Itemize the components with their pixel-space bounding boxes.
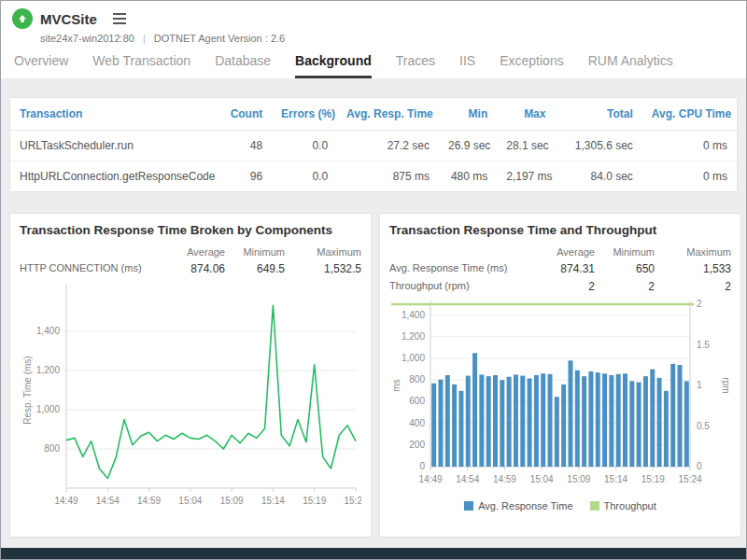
stats-header-maximum: Maximum [655,246,731,258]
svg-text:15:19: 15:19 [303,496,326,506]
svg-text:14:59: 14:59 [493,474,516,484]
svg-text:0.5: 0.5 [697,421,710,431]
stats-header-minimum: Minimum [595,246,655,258]
response-time-line-chart[interactable]: 8001,0001,2001,40014:4914:5414:5915:0415… [20,279,361,514]
table-row[interactable]: HttpURLConnection.getResponseCode960.087… [10,161,737,192]
column-header[interactable]: Total [555,98,641,131]
monitor-status-icon [12,8,33,29]
value-cell: 0 ms [642,131,737,161]
svg-text:15:14: 15:14 [604,474,627,484]
svg-text:1,000: 1,000 [36,404,60,414]
response-time-bar-chart[interactable]: 02004006008001,0001,2001,40000.511.5214:… [389,297,731,495]
column-header[interactable]: Errors (%) [272,98,337,131]
table-row[interactable]: URLTaskScheduler.run480.027.2 sec26.9 se… [10,131,737,161]
tab-traces[interactable]: Traces [396,53,435,78]
stat-average: 2 [524,280,595,293]
svg-text:1.5: 1.5 [697,340,710,350]
svg-text:14:54: 14:54 [456,474,479,484]
agent-version-label: DOTNET Agent Version : 2.6 [154,33,285,44]
legend-item[interactable]: Throughput [590,500,656,511]
tab-web-transaction[interactable]: Web Transaction [92,53,190,78]
svg-text:600: 600 [409,396,425,406]
legend-label: Throughput [604,500,656,511]
transaction-name-cell: URLTaskScheduler.run [10,131,221,161]
page-title: MVCSite [40,11,97,27]
column-header[interactable]: Min [439,98,497,131]
value-cell: 2,197 ms [497,161,555,192]
column-header[interactable]: Avg. CPU Time [642,98,737,131]
svg-text:14:59: 14:59 [137,496,161,506]
charts-row: Transaction Response Time Broken by Comp… [9,213,738,538]
stats-header-minimum: Minimum [225,246,285,258]
column-header[interactable]: Max [497,98,555,131]
value-cell: 27.2 sec [337,131,439,161]
svg-text:15:04: 15:04 [178,496,202,506]
value-cell: 480 ms [439,161,497,192]
value-cell: 1,305.6 sec [555,131,641,161]
stat-average: 874.31 [524,262,595,275]
svg-text:14:49: 14:49 [54,496,78,506]
tab-iis[interactable]: IIS [459,53,475,78]
bottom-bar [1,548,746,559]
tab-database[interactable]: Database [215,53,271,78]
svg-text:15:19: 15:19 [641,474,665,484]
tab-bar: OverviewWeb TransactionDatabaseBackgroun… [1,44,746,78]
tab-overview[interactable]: Overview [14,53,68,78]
svg-text:0: 0 [419,461,425,471]
svg-text:200: 200 [409,440,425,450]
svg-text:15:24: 15:24 [678,474,701,484]
throughput-swatch-icon [590,501,599,511]
value-cell: 96 [221,161,272,192]
stat-maximum: 1,532.5 [285,262,361,275]
value-cell: 84.0 sec [555,161,641,192]
throughput-chart-card: Transaction Response Time and Throughput… [379,213,741,538]
value-cell: 48 [221,131,272,161]
content-area: TransactionCountErrors (%)Avg. Resp. Tim… [1,78,746,548]
tab-rum-analytics[interactable]: RUM Analytics [588,53,673,78]
legend-item[interactable]: Avg. Response Time [464,500,572,511]
svg-text:14:49: 14:49 [418,474,442,484]
svg-text:Resp. Time (ms): Resp. Time (ms) [22,356,33,424]
value-cell: 0 ms [642,161,737,192]
transaction-name-cell: HttpURLConnection.getResponseCode [10,161,221,192]
svg-text:2: 2 [697,299,702,309]
svg-text:15:09: 15:09 [567,474,590,484]
value-cell: 0.0 [272,131,337,161]
svg-text:15:24: 15:24 [344,496,361,506]
stat-maximum: 1,533 [655,262,731,275]
stat-maximum: 2 [655,280,731,293]
svg-text:15:04: 15:04 [530,474,554,484]
tab-background[interactable]: Background [295,53,372,78]
chart-legend: Avg. Response Time Throughput [389,500,731,511]
components-chart-title: Transaction Response Time Broken by Comp… [20,223,361,237]
sort-desc-icon[interactable]: ▼ [437,110,439,119]
column-header[interactable]: Count [221,98,272,131]
svg-text:1,400: 1,400 [36,326,60,336]
components-chart-card: Transaction Response Time Broken by Comp… [9,213,372,538]
svg-text:14:54: 14:54 [96,496,120,506]
host-label: site24x7-win2012:80 [40,33,134,44]
response-time-swatch-icon [464,501,473,511]
svg-text:0: 0 [697,461,702,471]
series-label-throughput: Throughput (rpm) [389,280,524,293]
stats-header-maximum: Maximum [285,246,361,258]
svg-text:1,400: 1,400 [402,310,425,320]
app-header: MVCSite site24x7-win2012:80 | DOTNET Age… [1,1,746,44]
svg-text:15:09: 15:09 [220,496,244,506]
stats-header-average: Average [524,246,595,258]
svg-text:1,000: 1,000 [402,353,425,363]
column-header[interactable]: Transaction [10,98,221,131]
stat-minimum: 2 [595,280,655,293]
column-header[interactable]: Avg. Resp. Time▼ [337,98,439,131]
value-cell: 26.9 sec [439,131,497,161]
throughput-chart-title: Transaction Response Time and Throughput [389,223,731,237]
transaction-table-head-row: TransactionCountErrors (%)Avg. Resp. Tim… [10,98,737,131]
svg-text:1: 1 [697,380,702,390]
hamburger-menu-icon[interactable] [110,10,129,27]
transaction-table: TransactionCountErrors (%)Avg. Resp. Tim… [10,98,737,191]
tab-exceptions[interactable]: Exceptions [500,53,563,78]
transaction-table-body: URLTaskScheduler.run480.027.2 sec26.9 se… [10,131,737,192]
svg-text:800: 800 [44,443,60,454]
transaction-table-card: TransactionCountErrors (%)Avg. Resp. Tim… [9,97,738,192]
svg-text:400: 400 [409,418,425,428]
